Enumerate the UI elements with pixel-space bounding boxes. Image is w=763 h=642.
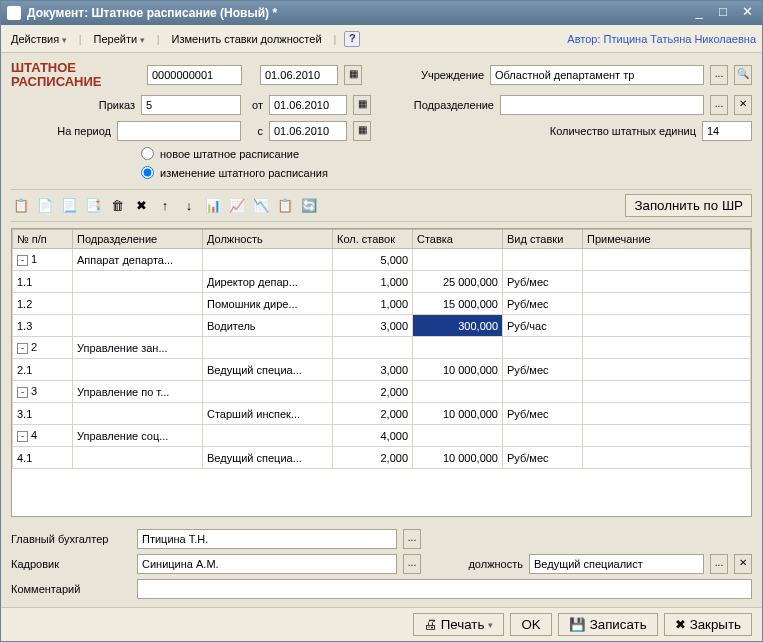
toolbar-icon-11[interactable]: 📋 xyxy=(275,196,295,216)
cell[interactable]: Руб/мес xyxy=(503,403,583,425)
cell[interactable]: 3,000 xyxy=(333,315,413,337)
cell[interactable] xyxy=(73,315,203,337)
position-select-button[interactable]: ... xyxy=(710,554,728,574)
cell[interactable] xyxy=(583,315,751,337)
cell[interactable] xyxy=(583,447,751,469)
toolbar-icon-5[interactable]: ✖ xyxy=(131,196,151,216)
cell[interactable]: 1.1 xyxy=(13,271,73,293)
cell[interactable] xyxy=(413,425,503,447)
cell[interactable] xyxy=(583,381,751,403)
toolbar-icon-10[interactable]: 📉 xyxy=(251,196,271,216)
table-row[interactable]: -4Управление соц...4,000 xyxy=(13,425,751,447)
ot-date-input[interactable] xyxy=(269,95,347,115)
subdivision-select-button[interactable]: ... xyxy=(710,95,728,115)
column-header[interactable]: Кол. ставок xyxy=(333,230,413,249)
cell[interactable]: -1 xyxy=(13,249,73,271)
cell[interactable]: 1.2 xyxy=(13,293,73,315)
cell[interactable]: 1,000 xyxy=(333,293,413,315)
table-row[interactable]: 2.1Ведущий специа...3,00010 000,000Руб/м… xyxy=(13,359,751,381)
table-row[interactable]: 1.2Помошник дире...1,00015 000,000Руб/ме… xyxy=(13,293,751,315)
accountant-select-button[interactable]: ... xyxy=(403,529,421,549)
institution-select-button[interactable]: ... xyxy=(710,65,728,85)
cell[interactable] xyxy=(333,337,413,359)
toolbar-icon-7[interactable]: ↓ xyxy=(179,196,199,216)
cell[interactable]: 2,000 xyxy=(333,447,413,469)
period-input[interactable] xyxy=(117,121,241,141)
toolbar-icon-2[interactable]: 📃 xyxy=(59,196,79,216)
close-button[interactable]: ✖ Закрыть xyxy=(664,613,752,636)
author-link[interactable]: Автор: Птицина Татьяна Николаевна xyxy=(567,33,756,45)
toolbar-icon-4[interactable]: 🗑 xyxy=(107,196,127,216)
toolbar-icon-8[interactable]: 📊 xyxy=(203,196,223,216)
cell[interactable]: 25 000,000 xyxy=(413,271,503,293)
table-row[interactable]: 4.1Ведущий специа...2,00010 000,000Руб/м… xyxy=(13,447,751,469)
cell[interactable] xyxy=(73,447,203,469)
column-header[interactable]: Вид ставки xyxy=(503,230,583,249)
cell[interactable]: -2 xyxy=(13,337,73,359)
cell[interactable] xyxy=(583,359,751,381)
cell[interactable]: Руб/час xyxy=(503,315,583,337)
calendar-icon[interactable]: ▦ xyxy=(353,121,371,141)
cell[interactable]: Директор депар... xyxy=(203,271,333,293)
cell[interactable]: Управление зан... xyxy=(73,337,203,359)
table-row[interactable]: -3Управление по т...2,000 xyxy=(13,381,751,403)
cell[interactable] xyxy=(73,359,203,381)
cell[interactable] xyxy=(503,425,583,447)
position-input[interactable] xyxy=(529,554,704,574)
count-input[interactable] xyxy=(702,121,752,141)
cell[interactable] xyxy=(73,271,203,293)
institution-open-button[interactable]: 🔍 xyxy=(734,65,752,85)
cell[interactable] xyxy=(583,337,751,359)
cell[interactable]: 2,000 xyxy=(333,403,413,425)
column-header[interactable]: Примечание xyxy=(583,230,751,249)
cell[interactable] xyxy=(413,249,503,271)
toolbar-icon-1[interactable]: 📄 xyxy=(35,196,55,216)
radio-change[interactable] xyxy=(141,166,154,179)
cell[interactable] xyxy=(413,381,503,403)
cell[interactable]: 10 000,000 xyxy=(413,359,503,381)
toolbar-icon-6[interactable]: ↑ xyxy=(155,196,175,216)
cell[interactable]: 4.1 xyxy=(13,447,73,469)
cell[interactable] xyxy=(203,249,333,271)
doc-date-input[interactable] xyxy=(260,65,338,85)
cell[interactable]: Управление соц... xyxy=(73,425,203,447)
cell[interactable]: 10 000,000 xyxy=(413,403,503,425)
cell[interactable]: 5,000 xyxy=(333,249,413,271)
table-row[interactable]: -1Аппарат департа...5,000 xyxy=(13,249,751,271)
hr-select-button[interactable]: ... xyxy=(403,554,421,574)
cell[interactable]: -3 xyxy=(13,381,73,403)
tree-toggle[interactable]: - xyxy=(17,387,28,398)
cell[interactable]: 300,000 xyxy=(413,315,503,337)
radio-new[interactable] xyxy=(141,147,154,160)
calendar-icon[interactable]: ▦ xyxy=(353,95,371,115)
table-row[interactable]: 1.3Водитель3,000300,000Руб/час xyxy=(13,315,751,337)
cell[interactable]: Ведущий специа... xyxy=(203,447,333,469)
toolbar-icon-0[interactable]: 📋 xyxy=(11,196,31,216)
cell[interactable]: 2.1 xyxy=(13,359,73,381)
cell[interactable] xyxy=(203,337,333,359)
tree-toggle[interactable]: - xyxy=(17,255,28,266)
cell[interactable] xyxy=(583,249,751,271)
cell[interactable]: Помошник дире... xyxy=(203,293,333,315)
column-header[interactable]: Подразделение xyxy=(73,230,203,249)
cell[interactable] xyxy=(583,425,751,447)
table-row[interactable]: -2Управление зан... xyxy=(13,337,751,359)
cell[interactable] xyxy=(583,403,751,425)
subdivision-clear-button[interactable]: ✕ xyxy=(734,95,752,115)
cell[interactable]: 10 000,000 xyxy=(413,447,503,469)
column-header[interactable]: Должность xyxy=(203,230,333,249)
cell[interactable] xyxy=(203,381,333,403)
calendar-icon[interactable]: ▦ xyxy=(344,65,362,85)
cell[interactable]: Руб/мес xyxy=(503,271,583,293)
tree-toggle[interactable]: - xyxy=(17,343,28,354)
hr-input[interactable] xyxy=(137,554,397,574)
help-button[interactable]: ? xyxy=(344,31,360,47)
menu-goto[interactable]: Перейти xyxy=(90,31,149,47)
institution-input[interactable] xyxy=(490,65,704,85)
cell[interactable]: 3,000 xyxy=(333,359,413,381)
cell[interactable]: Аппарат департа... xyxy=(73,249,203,271)
cell[interactable] xyxy=(73,293,203,315)
menu-change-rates[interactable]: Изменить ставки должностей xyxy=(168,31,326,47)
accountant-input[interactable] xyxy=(137,529,397,549)
column-header[interactable]: № п/п xyxy=(13,230,73,249)
